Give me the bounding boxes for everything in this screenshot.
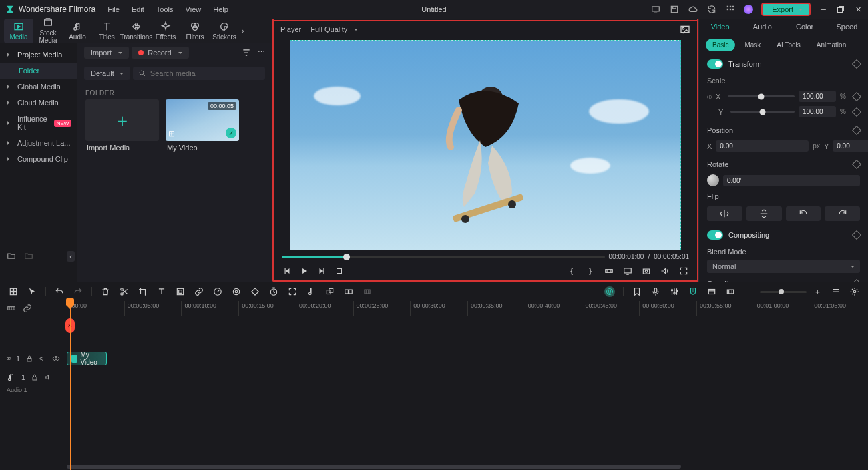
crop-icon[interactable] xyxy=(138,286,148,297)
media-tile-my-video[interactable]: 00:00:05 ⊞ ✓ My Video xyxy=(166,99,239,154)
preview-canvas[interactable] xyxy=(290,40,681,250)
tab-audio[interactable]: Audio xyxy=(741,19,783,35)
render-icon[interactable] xyxy=(706,286,717,297)
keyframe-icon[interactable] xyxy=(852,126,861,135)
sort-default[interactable]: Default xyxy=(84,67,130,80)
tab-speed[interactable]: Speed xyxy=(826,19,868,35)
zoom-slider[interactable] xyxy=(760,291,807,293)
timeline-clip-my-video[interactable]: My Video xyxy=(67,352,107,365)
minimize-button[interactable]: ─ xyxy=(819,5,828,14)
sidebar-global-media[interactable]: Global Media xyxy=(0,79,77,95)
scale-x-slider[interactable] xyxy=(728,95,795,97)
camera-icon[interactable] xyxy=(641,266,652,276)
subtab-animation[interactable]: Animation xyxy=(810,39,853,51)
playhead[interactable] xyxy=(70,301,71,470)
volume-icon[interactable] xyxy=(660,266,670,276)
subtab-ai-tools[interactable]: AI Tools xyxy=(770,39,807,51)
color-icon[interactable] xyxy=(231,286,242,297)
play-button[interactable] xyxy=(299,266,310,276)
user-avatar[interactable] xyxy=(744,5,753,14)
menu-help[interactable]: Help xyxy=(213,5,228,13)
tab-stock-media[interactable]: Stock Media xyxy=(33,15,63,47)
blend-mode-select[interactable]: Normal xyxy=(707,260,860,273)
search-input[interactable] xyxy=(150,69,260,77)
speed-icon[interactable] xyxy=(212,286,223,297)
transform-section-header[interactable]: Transform xyxy=(699,55,868,73)
track-lock-icon[interactable] xyxy=(25,355,33,363)
new-bin-icon[interactable] xyxy=(24,251,33,260)
keyframe-icon[interactable] xyxy=(852,230,861,240)
video-track-lane[interactable]: My Video xyxy=(67,349,868,368)
cloud-icon[interactable] xyxy=(688,4,698,15)
undo-icon[interactable] xyxy=(54,286,65,297)
rotate-ccw-button[interactable] xyxy=(786,206,821,221)
keyframe-icon[interactable] xyxy=(852,160,861,169)
record-button[interactable]: Record xyxy=(132,47,188,59)
compositing-section-header[interactable]: Compositing xyxy=(699,226,868,244)
tab-stickers[interactable]: Stickers xyxy=(210,19,239,43)
flip-vertical-button[interactable] xyxy=(746,206,782,221)
stop-button[interactable] xyxy=(334,266,345,276)
scale-y-slider[interactable] xyxy=(730,111,795,113)
zoom-in-icon[interactable]: ＋ xyxy=(812,286,823,297)
flip-horizontal-button[interactable] xyxy=(707,206,742,221)
magnet-icon[interactable] xyxy=(688,286,698,297)
collapse-sidebar-icon[interactable]: ‹ xyxy=(67,251,75,262)
tab-transitions[interactable]: Transitions xyxy=(122,19,151,43)
menu-file[interactable]: File xyxy=(107,5,120,13)
track-lock-icon[interactable] xyxy=(31,373,39,381)
rotate-knob[interactable] xyxy=(707,174,719,186)
tab-color[interactable]: Color xyxy=(784,19,826,35)
scale-y-input[interactable] xyxy=(799,106,836,118)
group-icon[interactable] xyxy=(324,286,335,297)
track-mute-icon[interactable] xyxy=(39,355,47,363)
preview-tab-player[interactable]: Player xyxy=(280,25,301,33)
timeline-ruler[interactable]: :00:0000:00:05:0000:00:10:0000:00:15:000… xyxy=(67,301,868,316)
menu-edit[interactable]: Edit xyxy=(132,5,144,13)
sidebar-influence-kit[interactable]: Influence KitNEW xyxy=(0,111,77,135)
tab-filters[interactable]: Filters xyxy=(180,19,210,43)
screen-icon[interactable] xyxy=(650,4,661,15)
clip-settings-icon[interactable] xyxy=(604,266,614,276)
mixer-icon[interactable] xyxy=(669,286,680,297)
delete-icon[interactable] xyxy=(100,286,111,297)
tabs-more-chevron-icon[interactable]: › xyxy=(242,27,244,35)
sidebar-cloud-media[interactable]: Cloud Media xyxy=(0,95,77,111)
timeline-scrollbar[interactable] xyxy=(0,463,868,470)
sidebar-folder[interactable]: Folder xyxy=(0,63,77,79)
import-media-tile[interactable]: ＋ Import Media xyxy=(85,99,159,154)
ai-face-icon[interactable] xyxy=(604,286,615,297)
next-frame-button[interactable] xyxy=(316,266,327,276)
add-to-timeline-icon[interactable]: ⊞ xyxy=(168,129,175,138)
link-toggle-icon[interactable] xyxy=(23,304,32,313)
preview-scrubber[interactable] xyxy=(282,256,605,258)
duration-icon[interactable] xyxy=(268,286,279,297)
compositing-toggle[interactable] xyxy=(707,230,723,240)
keyframe-icon[interactable] xyxy=(852,91,861,101)
refresh-icon[interactable] xyxy=(706,4,717,15)
split-icon[interactable] xyxy=(119,286,130,297)
menu-view[interactable]: View xyxy=(186,5,202,13)
mark-out-button[interactable]: } xyxy=(585,266,596,276)
keyframe-icon[interactable] xyxy=(852,59,861,69)
text-icon[interactable] xyxy=(156,286,167,297)
track-mute-icon[interactable] xyxy=(44,373,52,381)
marker-icon[interactable] xyxy=(632,286,642,297)
sidebar-adjustment-layer[interactable]: Adjustment La... xyxy=(0,135,77,151)
keyframe-icon[interactable] xyxy=(852,107,861,116)
apps-icon[interactable] xyxy=(725,4,736,15)
tab-audio[interactable]: Audio xyxy=(63,19,92,43)
subtab-mask[interactable]: Mask xyxy=(738,39,767,51)
more-options-icon[interactable]: ⋯ xyxy=(258,48,265,57)
export-button[interactable]: Export xyxy=(761,3,811,16)
tab-media[interactable]: Media xyxy=(4,19,33,43)
link-icon[interactable] xyxy=(194,286,204,297)
filter-icon[interactable] xyxy=(242,48,251,57)
new-folder-icon[interactable] xyxy=(7,251,16,260)
maximize-button[interactable] xyxy=(836,5,845,14)
detect-icon[interactable] xyxy=(287,286,298,297)
pointer-tool-icon[interactable] xyxy=(27,286,37,297)
mic-icon[interactable] xyxy=(650,286,661,297)
snapshot-icon[interactable] xyxy=(680,24,690,35)
save-icon[interactable] xyxy=(669,4,680,15)
